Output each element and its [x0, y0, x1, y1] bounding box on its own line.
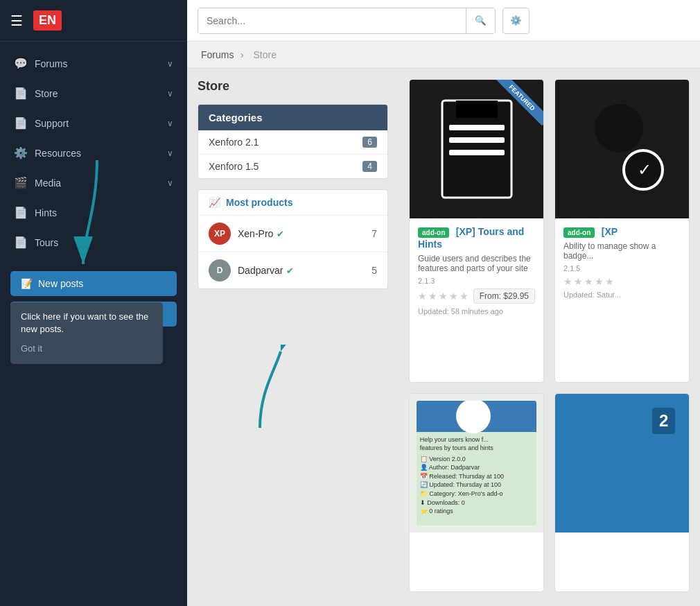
new-posts-label: New posts	[38, 278, 83, 289]
hamburger-icon[interactable]: ☰	[10, 12, 23, 29]
verified-icon: ✔	[286, 266, 294, 276]
top-bar: 🔍 ⚙️	[187, 0, 700, 42]
vendor-xen-pro[interactable]: XP Xen-Pro ✔ 7	[198, 216, 387, 252]
stars-1: ★ ★ ★ ★ ★	[418, 291, 469, 302]
product-card-2-body: add-on [XP Ability to manage show a badg…	[555, 218, 689, 306]
categories-box: Categories Xenforo 2.1 6 Xenforo 1.5 4	[198, 104, 388, 179]
hints-icon: 📄	[14, 206, 28, 219]
resources-label: Resources	[35, 148, 81, 159]
product-card-1[interactable]: add-on [XP] Tours and Hints Guide users …	[409, 79, 544, 383]
featured-badge	[488, 80, 543, 135]
media-label: Media	[35, 178, 61, 189]
product-image-2: ✓	[555, 80, 689, 218]
hints-label: Hints	[35, 207, 57, 218]
sidebar-item-store[interactable]: 📄 Store ∨	[0, 78, 187, 108]
add-on-badge-2: add-on	[563, 227, 595, 238]
chevron-down-icon: ∨	[167, 59, 173, 69]
support-label: Support	[35, 118, 69, 129]
product-footer-2: ★ ★ ★ ★ ★	[563, 276, 681, 287]
product-updated-2: Updated: Satur...	[563, 291, 681, 299]
resources-icon: ⚙️	[14, 146, 28, 159]
sidebar-item-resources[interactable]: ⚙️ Resources ∨	[0, 138, 187, 168]
forums-label: Forums	[35, 58, 67, 69]
chevron-down-icon: ∨	[167, 178, 173, 188]
store-products-grid: add-on [XP] Tours and Hints Guide users …	[399, 69, 700, 603]
product-card-1-body: add-on [XP] Tours and Hints Guide users …	[410, 218, 543, 322]
product-desc-2: Ability to manage show a badge...	[563, 241, 681, 261]
add-on-badge: add-on	[418, 227, 449, 238]
category-xenforo-21-count: 6	[362, 137, 377, 148]
category-xenforo-15-count: 4	[362, 161, 377, 172]
tooltip-popup: Click here if you want to see the new po…	[10, 302, 163, 364]
category-xenforo-21-label: Xenforo 2.1	[209, 137, 259, 148]
stars-2: ★ ★ ★ ★ ★	[563, 276, 614, 287]
product-card-2[interactable]: ✓ add-on [XP Ability to manage show a ba…	[554, 79, 690, 383]
svg-text:✓: ✓	[638, 160, 651, 179]
sidebar-nav: 💬 Forums ∨ 📄 Store ∨ 📄 Support ∨ ⚙️ Reso…	[0, 42, 187, 264]
chevron-down-icon: ∨	[167, 119, 173, 128]
vendor-dadparvar-count: 5	[371, 265, 377, 276]
store-sidebar: Store Categories Xenforo 2.1 6 Xenforo 1…	[187, 69, 399, 603]
vendor-dadparvar[interactable]: D Dadparvar ✔ 5	[198, 252, 387, 288]
store-page: Store Categories Xenforo 2.1 6 Xenforo 1…	[187, 69, 700, 603]
price-badge-1: From: $29.95	[473, 288, 535, 304]
new-posts-button[interactable]: 📝 New posts	[10, 271, 177, 296]
vendor-xen-pro-name: Xen-Pro ✔	[238, 228, 365, 239]
category-xenforo-21[interactable]: Xenforo 2.1 6	[198, 130, 387, 155]
vendor-dadparvar-avatar: D	[209, 259, 231, 282]
vendor-xen-pro-avatar: XP	[209, 223, 231, 245]
product-image-3: Help your users know f... features by to…	[410, 394, 543, 533]
svg-rect-4	[449, 137, 505, 143]
categories-header: Categories	[198, 105, 387, 130]
sidebar: ☰ EN 💬 Forums ∨ 📄 Store ∨ 📄 Support ∨	[0, 0, 187, 606]
product-image-1	[410, 80, 543, 218]
breadcrumb: Forums › Store	[187, 42, 700, 69]
product-version-2: 2.1.5	[563, 264, 681, 272]
product-footer-1: ★ ★ ★ ★ ★ From: $29.95	[418, 288, 535, 304]
arrow-up-indicator	[218, 345, 409, 438]
category-xenforo-15-label: Xenforo 1.5	[209, 161, 259, 172]
media-icon: 🎬	[14, 176, 28, 189]
product-version-1: 2.1.3	[418, 277, 535, 285]
vendor-dadparvar-name: Dadparvar ✔	[238, 265, 365, 276]
tooltip-text: Click here if you want to see the new po…	[21, 311, 148, 334]
page-title: Store	[198, 79, 388, 94]
search-icon: 🔍	[475, 15, 487, 26]
sidebar-item-media[interactable]: 🎬 Media ∨	[0, 168, 187, 198]
sidebar-buttons: 📝 New posts Click here if you want to se…	[0, 264, 187, 334]
store-label: Store	[35, 88, 58, 99]
product-updated-1: Updated: 58 minutes ago	[418, 307, 535, 315]
search-wrapper: 🔍	[198, 8, 496, 34]
most-products-label: Most products	[226, 197, 292, 208]
product-image-4: 2	[555, 394, 689, 533]
verified-icon: ✔	[277, 229, 284, 239]
breadcrumb-separator: ›	[240, 49, 247, 60]
forums-icon: 💬	[14, 57, 28, 70]
category-xenforo-15[interactable]: Xenforo 1.5 4	[198, 155, 387, 178]
product-name-2: [XP	[602, 226, 618, 237]
sidebar-item-tours[interactable]: 📄 Tours	[0, 227, 187, 257]
sidebar-item-hints[interactable]: 📄 Hints	[0, 198, 187, 227]
tours-label: Tours	[35, 237, 58, 248]
breadcrumb-current: Store	[253, 49, 276, 60]
search-input[interactable]	[198, 8, 466, 33]
sidebar-item-support[interactable]: 📄 Support ∨	[0, 108, 187, 138]
most-products-box: 📈 Most products XP Xen-Pro ✔ 7 D	[198, 189, 388, 289]
svg-rect-5	[449, 150, 505, 155]
product-card-4[interactable]: 2	[554, 393, 690, 593]
most-products-header: 📈 Most products	[198, 190, 387, 216]
new-posts-icon: 📝	[21, 278, 33, 289]
logo-badge[interactable]: EN	[33, 10, 62, 31]
product-card-3[interactable]: Help your users know f... features by to…	[409, 393, 544, 593]
search-button[interactable]: 🔍	[466, 8, 495, 33]
breadcrumb-forums[interactable]: Forums	[201, 49, 234, 60]
content-area: Forums › Store Store Categories Xenforo …	[187, 42, 700, 606]
support-icon: 📄	[14, 116, 28, 130]
gear-icon: ⚙️	[510, 15, 522, 26]
got-it-button[interactable]: Got it	[21, 343, 152, 355]
chevron-down-icon: ∨	[167, 89, 173, 98]
tours-icon: 📄	[14, 236, 28, 249]
store-icon: 📄	[14, 87, 28, 100]
settings-button[interactable]: ⚙️	[502, 8, 530, 34]
sidebar-item-forums[interactable]: 💬 Forums ∨	[0, 49, 187, 78]
